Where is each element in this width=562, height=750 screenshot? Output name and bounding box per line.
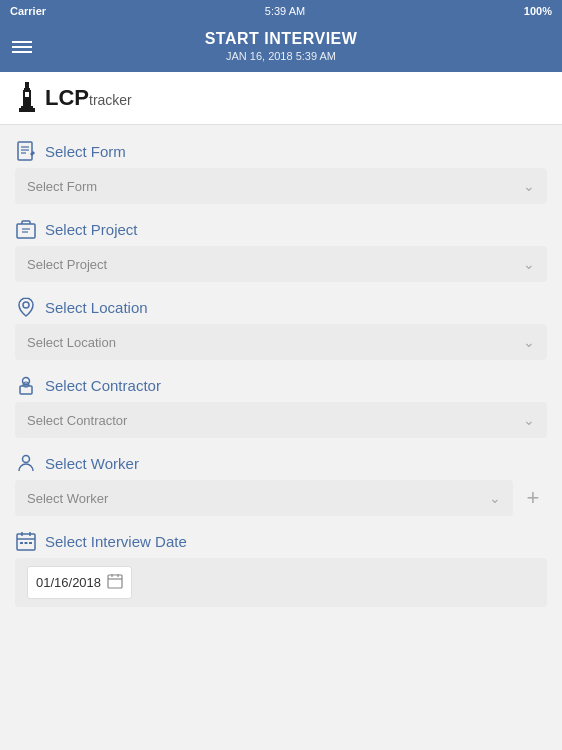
form-dropdown-arrow: ⌄	[523, 178, 535, 194]
carrier-label: Carrier	[10, 5, 46, 17]
contractor-section: Select Contractor Select Contractor ⌄	[15, 374, 547, 438]
form-section: Select Form Select Form ⌄	[15, 140, 547, 204]
svg-point-17	[23, 456, 30, 463]
form-icon	[15, 140, 37, 162]
form-label: Select Form	[15, 140, 547, 162]
logo-bar: LCPtracker	[0, 72, 562, 125]
location-icon	[15, 296, 37, 318]
calendar-icon	[15, 530, 37, 552]
date-value: 01/16/2018	[36, 575, 101, 590]
project-dropdown[interactable]: Select Project ⌄	[15, 246, 547, 282]
worker-icon	[15, 452, 37, 474]
svg-rect-6	[18, 142, 32, 160]
svg-rect-22	[20, 542, 23, 544]
date-input-box[interactable]: 01/16/2018	[27, 566, 132, 599]
project-icon	[15, 218, 37, 240]
header-subtitle: JAN 16, 2018 5:39 AM	[10, 50, 552, 62]
location-section: Select Location Select Location ⌄	[15, 296, 547, 360]
add-worker-button[interactable]: +	[519, 484, 547, 512]
contractor-icon	[15, 374, 37, 396]
status-bar: Carrier 5:39 AM 100%	[0, 0, 562, 22]
svg-rect-24	[29, 542, 32, 544]
header-title: START INTERVIEW	[10, 30, 552, 48]
svg-rect-3	[21, 106, 33, 108]
worker-label: Select Worker	[15, 452, 547, 474]
worker-dropdown[interactable]: Select Worker ⌄	[15, 480, 513, 516]
contractor-dropdown[interactable]: Select Contractor ⌄	[15, 402, 547, 438]
contractor-dropdown-arrow: ⌄	[523, 412, 535, 428]
date-label: Select Interview Date	[15, 530, 547, 552]
svg-rect-1	[24, 88, 30, 90]
header: START INTERVIEW JAN 16, 2018 5:39 AM	[0, 22, 562, 72]
date-cal-icon	[107, 573, 123, 592]
worker-dropdown-arrow: ⌄	[489, 490, 501, 506]
contractor-label: Select Contractor	[15, 374, 547, 396]
svg-rect-10	[17, 224, 35, 238]
svg-rect-0	[25, 82, 29, 88]
project-section: Select Project Select Project ⌄	[15, 218, 547, 282]
svg-rect-23	[25, 542, 28, 544]
worker-section: Select Worker Select Worker ⌄ +	[15, 452, 547, 516]
worker-row: Select Worker ⌄ +	[15, 480, 547, 516]
battery-label: 100%	[524, 5, 552, 17]
content-area: Select Form Select Form ⌄ Select Project…	[0, 125, 562, 745]
form-dropdown[interactable]: Select Form ⌄	[15, 168, 547, 204]
button-area: START INTERVIEW	[0, 745, 562, 750]
date-section: Select Interview Date 01/16/2018	[15, 530, 547, 607]
date-input-row: 01/16/2018	[15, 558, 547, 607]
logo-icon	[15, 82, 39, 114]
project-label: Select Project	[15, 218, 547, 240]
svg-rect-4	[19, 108, 35, 112]
location-label: Select Location	[15, 296, 547, 318]
svg-rect-5	[25, 92, 29, 97]
project-dropdown-arrow: ⌄	[523, 256, 535, 272]
svg-point-13	[23, 302, 29, 308]
time-label: 5:39 AM	[265, 5, 305, 17]
svg-rect-25	[108, 575, 122, 588]
location-dropdown-arrow: ⌄	[523, 334, 535, 350]
logo-text: LCPtracker	[45, 85, 132, 111]
location-dropdown[interactable]: Select Location ⌄	[15, 324, 547, 360]
